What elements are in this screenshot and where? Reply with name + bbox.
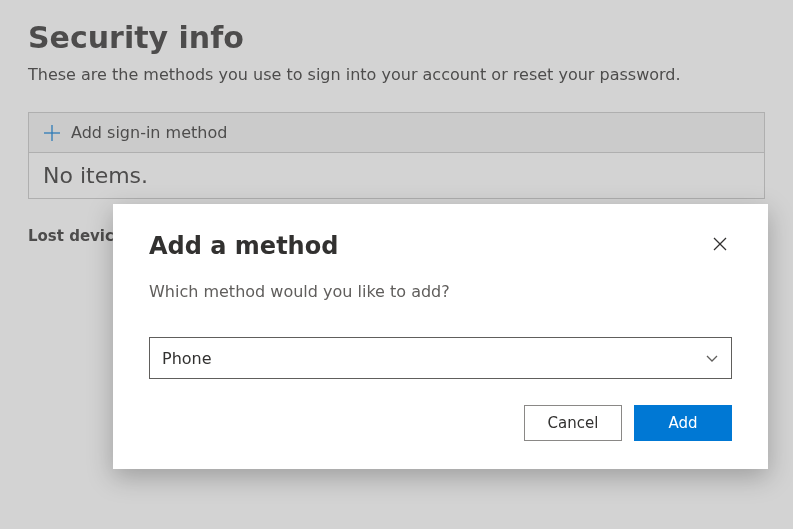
dialog-subtitle: Which method would you like to add?	[149, 282, 732, 301]
add-method-dialog: Add a method Which method would you like…	[113, 204, 768, 469]
method-select-value: Phone	[162, 349, 212, 368]
add-button[interactable]: Add	[634, 405, 732, 441]
dialog-title: Add a method	[149, 232, 338, 260]
method-select[interactable]: Phone	[149, 337, 732, 379]
close-button[interactable]	[708, 232, 732, 256]
dialog-actions: Cancel Add	[149, 405, 732, 441]
chevron-down-icon	[705, 351, 719, 365]
dialog-header: Add a method	[149, 232, 732, 260]
cancel-button[interactable]: Cancel	[524, 405, 622, 441]
close-icon	[712, 240, 728, 255]
